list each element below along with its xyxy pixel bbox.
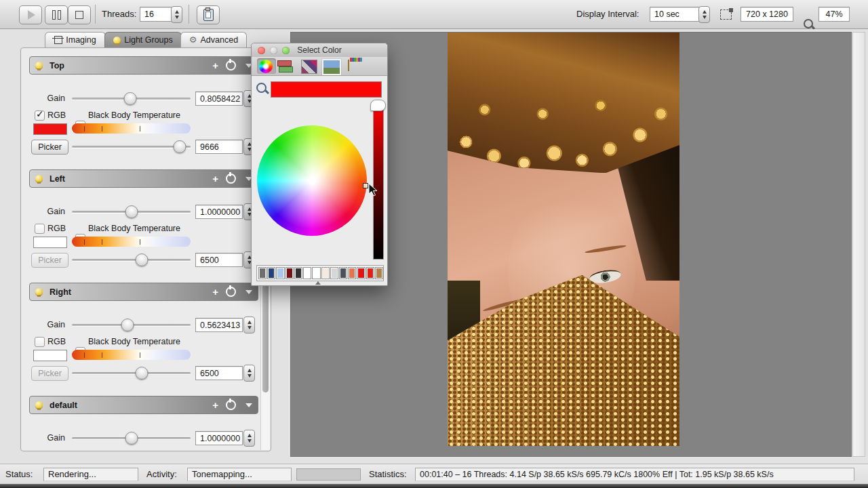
color-wheel-icon[interactable] — [259, 60, 273, 73]
magnifier-picker-icon[interactable] — [256, 83, 267, 93]
gain-value[interactable]: 0.5623413 — [195, 318, 243, 332]
picker-button[interactable]: Picker — [31, 366, 68, 381]
gradient-tick — [140, 239, 141, 245]
threads-value[interactable]: 16 — [140, 7, 172, 22]
swatch[interactable] — [312, 267, 320, 279]
temperature-value[interactable]: 6500 — [195, 366, 243, 380]
gain-value[interactable]: 1.0000000 — [195, 431, 243, 445]
power-toggle-icon[interactable] — [226, 174, 236, 184]
add-light-group-icon[interactable] — [212, 287, 218, 297]
play-button[interactable] — [19, 5, 42, 24]
group-header[interactable]: default — [29, 396, 258, 414]
zoom-magnifier-icon[interactable] — [804, 19, 813, 28]
tab-light-groups[interactable]: Light Groups — [104, 32, 182, 47]
dialog-titlebar[interactable]: Select Color — [252, 43, 387, 58]
gain-slider-thumb[interactable] — [125, 432, 138, 445]
group-header[interactable]: Right — [29, 283, 258, 301]
swatch[interactable] — [348, 267, 356, 279]
swatch[interactable] — [330, 267, 338, 279]
temperature-slider[interactable] — [72, 372, 191, 374]
gain-slider[interactable] — [72, 324, 191, 326]
checkmark: ✓ — [36, 108, 44, 119]
pause-icon — [52, 10, 56, 20]
power-toggle-icon[interactable] — [226, 287, 236, 297]
temperature-slider-thumb[interactable] — [174, 140, 186, 153]
swatch[interactable] — [267, 267, 275, 279]
gain-slider-thumb[interactable] — [125, 205, 138, 218]
swatch[interactable] — [357, 267, 365, 279]
bbt-label: Black Body Temperature — [88, 224, 180, 233]
swatch[interactable] — [276, 267, 284, 279]
swatch[interactable] — [375, 267, 383, 279]
gain-value[interactable]: 1.0000000 — [195, 205, 243, 219]
stepper-down-icon — [248, 374, 252, 378]
chevron-down-icon[interactable] — [245, 403, 252, 407]
gain-slider[interactable] — [72, 98, 191, 100]
color-swatch[interactable] — [33, 350, 67, 361]
gain-stepper[interactable] — [243, 430, 255, 447]
picker-button[interactable]: Picker — [31, 140, 68, 155]
swatch[interactable] — [258, 267, 267, 279]
temperature-slider[interactable] — [72, 146, 191, 148]
swatch[interactable] — [303, 267, 311, 279]
threads-stepper[interactable] — [171, 6, 182, 23]
window-bottom-edge — [0, 484, 868, 488]
color-sliders-icon[interactable] — [277, 60, 292, 72]
swatch[interactable] — [339, 267, 347, 279]
image-palettes-icon[interactable] — [322, 59, 341, 75]
gain-slider-thumb[interactable] — [123, 92, 136, 105]
slider-bar — [279, 66, 293, 73]
temperature-value[interactable]: 6500 — [195, 253, 243, 267]
chevron-down-icon[interactable] — [245, 290, 252, 294]
temperature-slider-thumb[interactable] — [136, 253, 149, 266]
pause-icon — [58, 10, 61, 20]
swatch[interactable] — [285, 267, 294, 279]
gain-stepper[interactable] — [243, 317, 255, 333]
color-swatch[interactable] — [33, 237, 67, 248]
resize-canvas-icon[interactable] — [720, 9, 732, 20]
gain-value[interactable]: 0.8058422 — [195, 92, 243, 106]
temperature-stepper[interactable] — [243, 365, 255, 382]
stepper-up-icon — [248, 321, 252, 324]
add-light-group-icon[interactable] — [212, 174, 218, 184]
add-light-group-icon[interactable] — [212, 400, 218, 410]
display-interval-value[interactable]: 10 sec — [650, 7, 700, 22]
rgb-label: RGB — [47, 337, 66, 346]
swatch[interactable] — [366, 267, 374, 279]
brightness-slider-thumb[interactable] — [370, 100, 386, 111]
swatch[interactable] — [294, 267, 302, 279]
group-header[interactable]: Left — [29, 169, 258, 188]
gain-slider[interactable] — [72, 211, 191, 213]
rgb-checkbox[interactable] — [35, 337, 45, 347]
viewport-scrollbar[interactable] — [852, 32, 865, 457]
swatch-drawer-grip[interactable] — [315, 281, 321, 285]
temperature-slider[interactable] — [72, 259, 191, 261]
color-swatch[interactable] — [33, 123, 67, 135]
display-interval-stepper[interactable] — [698, 6, 710, 23]
light-groups-panel: Top Gain 0.8058422 ✓ RGB Black Body Temp… — [20, 47, 271, 451]
power-toggle-icon[interactable] — [226, 400, 236, 410]
color-palettes-icon[interactable] — [301, 60, 317, 74]
temperature-value[interactable]: 9666 — [195, 140, 243, 154]
brightness-slider[interactable] — [373, 104, 384, 260]
add-light-group-icon[interactable] — [212, 60, 218, 70]
swatch[interactable] — [321, 267, 330, 279]
gain-slider-thumb[interactable] — [121, 319, 134, 331]
rgb-checkbox[interactable] — [35, 224, 45, 234]
toolbar-separator — [189, 5, 189, 24]
tab-advanced[interactable]: Advanced — [180, 32, 247, 47]
pause-button[interactable] — [45, 5, 68, 24]
stop-button[interactable] — [68, 5, 91, 24]
power-toggle-icon[interactable] — [226, 60, 236, 70]
picker-button[interactable]: Picker — [31, 253, 68, 268]
hue-saturation-wheel[interactable] — [257, 125, 367, 236]
tab-imaging[interactable]: Imaging — [45, 32, 106, 47]
rgb-label: RGB — [47, 110, 66, 120]
temperature-slider-thumb[interactable] — [136, 367, 149, 380]
group-header[interactable]: Top — [29, 56, 258, 75]
stepper-up-icon — [248, 369, 252, 372]
gain-slider[interactable] — [72, 437, 191, 439]
crayons-icon[interactable] — [348, 60, 349, 71]
rgb-checkbox[interactable]: ✓ — [35, 110, 45, 121]
copy-button[interactable] — [197, 5, 220, 24]
